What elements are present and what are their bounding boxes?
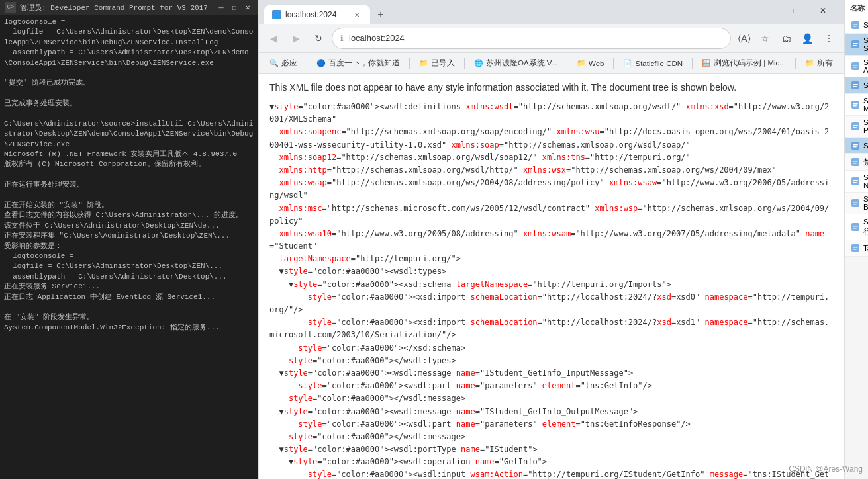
cmd-minimize-button[interactable]: ─ [216,2,226,13]
svg-rect-6 [851,62,859,70]
service-row-1[interactable]: State Repository Ser... 自动(延迟启动) 本地系统 [845,34,868,56]
tab-title: localhost:2024 [285,10,336,19]
bookmark-icon-1: 🔵 [316,59,326,67]
bookmark-icon-3: 🌐 [474,59,483,67]
service-row-6[interactable]: SysMain 自动 本地系统 [845,138,868,154]
svg-rect-4 [853,43,858,44]
service-icon-10 [850,222,861,232]
svg-rect-11 [853,86,857,87]
svg-rect-16 [853,125,858,126]
cmd-icon: C> [5,2,16,13]
xml-line-8: ▼style="color:#aa0000"><wsdl:types> [269,265,833,278]
address-text: localhost:2024 [349,33,722,43]
bookmark-separator-5 [692,58,693,69]
svg-rect-1 [853,24,858,25]
bookmark-separator-1 [409,58,410,69]
service-row-3[interactable]: Storage Service 手动(触发器启动) 本地服务 [845,77,868,94]
svg-rect-24 [851,177,859,185]
toolbar-right: ⟨A⟩ ☆ 🗂 👤 ⋮ [735,29,838,48]
service-row-11[interactable]: Task Scheduler [845,240,868,257]
xml-line-22: style="color:#aa0000"><wsdl:input wsam:A… [269,468,833,479]
svg-rect-27 [851,199,859,207]
svg-rect-2 [853,26,857,27]
cmd-maximize-button[interactable]: □ [229,2,240,13]
bookmark-item-7[interactable]: 📁所有 [800,56,838,70]
service-row-8[interactable]: System Event Notific... 自动 本地系统 [845,171,868,193]
service-name-text-4: Storage Tiers Manag... [863,97,868,112]
browser-maximize-button[interactable]: □ [776,1,806,20]
collections-icon[interactable]: 🗂 [777,29,796,48]
bookmark-icon-5: 📄 [623,59,632,67]
tab-close-button[interactable]: ✕ [352,9,362,20]
service-name-text-2: Still Image Acquisiti... [863,58,868,74]
address-info-icon: ℹ [340,34,344,43]
svg-rect-31 [853,226,858,227]
xml-line-10: style="color:#aa0000"><xsd:import schema… [269,291,833,316]
favorites-icon[interactable]: ☆ [756,29,775,48]
browser-titlebar: 🌐 localhost:2024 ✕ + ─ □ ✕ [259,0,844,24]
browser-window-controls: ─ □ ✕ [744,1,838,20]
profile-icon[interactable]: 👤 [798,29,817,48]
bookmark-item-0[interactable]: 🔍必应 [264,56,303,70]
svg-rect-28 [853,202,858,203]
svg-rect-12 [851,101,859,109]
svg-rect-15 [851,122,859,130]
service-row-10[interactable]: System Guard 运行... 自动 本地系统 [845,214,868,240]
forward-button[interactable]: ▶ [287,29,305,48]
service-name-text-6: SysMain [863,142,868,150]
service-icon-11 [850,243,861,253]
bookmark-item-2[interactable]: 📁已导入 [414,56,460,70]
cmd-close-button[interactable]: ✕ [242,2,253,13]
translate-icon[interactable]: ⟨A⟩ [735,29,753,48]
xml-line-3: xmlns:http="http://schemas.xmlsoap.org/w… [269,164,833,177]
xml-line-12: style="color:#aa0000"></xsd:schema> [269,342,833,355]
xml-line-16: style="color:#aa0000"></wsdl:message> [269,392,833,405]
svg-rect-30 [851,223,859,231]
bookmark-item-6[interactable]: 🪟浏览代码示例 | Mic... [697,56,791,70]
service-row-2[interactable]: Still Image Acquisiti... 手动(触发器启动) 本地服务 [845,56,868,77]
browser-minimize-button[interactable]: ─ [744,1,775,20]
xml-line-0: ▼style="color:#aa0000"><wsdl:definitions… [269,101,833,126]
service-row-0[interactable]: SSDP Discovery 自动 本地服务 [845,17,868,34]
service-name-0: SSDP Discovery [845,19,868,32]
bookmark-item-4[interactable]: 📁Web [571,57,609,69]
service-row-5[interactable]: Synaptics FP WBF Po... 自动(触发器启动) 本地系统 [845,116,868,138]
svg-rect-26 [853,182,857,183]
xml-line-9: ▼style="color:#aa0000"><xsd:schema targe… [269,279,833,291]
svg-rect-8 [853,67,857,68]
service-name-6: SysMain [845,139,868,152]
service-name-11: Task Scheduler [845,241,868,255]
cmd-titlebar: C> 管理员: Developer Command Prompt for VS … [0,0,258,15]
service-name-1: State Repository Ser... [845,35,868,54]
back-button[interactable]: ◀ [264,29,283,48]
browser-close-button[interactable]: ✕ [808,1,838,20]
bookmark-separator-6 [795,58,796,69]
menu-icon[interactable]: ⋮ [820,29,838,48]
service-icon-3 [850,80,861,91]
svg-rect-20 [853,146,857,148]
cmd-titlebar-left: C> 管理员: Developer Command Prompt for VS … [5,2,208,13]
service-row-9[interactable]: System Events Broke... 手动(触发器启动) 本地系统 [845,193,868,214]
svg-rect-19 [853,144,858,146]
bookmark-item-3[interactable]: 🌐苏州诚隆OA系统 V... [469,56,563,70]
bookmark-item-1[interactable]: 🔵百度一下，你就知道 [311,56,405,70]
browser-tab-active[interactable]: 🌐 localhost:2024 ✕ [264,5,370,24]
new-tab-button[interactable]: + [371,5,390,24]
bookmark-icon-0: 🔍 [269,59,279,67]
service-icon-7 [850,157,861,167]
refresh-button[interactable]: ↻ [309,29,328,48]
bookmark-label-1: 百度一下，你就知道 [328,58,400,68]
bookmark-item-5[interactable]: 📄Staticfile CDN [618,57,688,69]
browser-panel: 🌐 localhost:2024 ✕ + ─ □ ✕ ◀ ▶ ↻ ℹ local… [258,0,844,479]
xml-line-20: ▼style="color:#aa0000"><wsdl:portType na… [269,443,833,456]
service-row-4[interactable]: Storage Tiers Manag... 手动(触发器启动) 本地系统 [845,94,868,116]
service-name-text-0: SSDP Discovery [863,21,868,29]
svg-rect-23 [853,163,857,164]
svg-rect-25 [853,180,858,181]
address-bar[interactable]: ℹ localhost:2024 [332,28,731,49]
bookmark-separator-3 [567,58,567,69]
svg-rect-17 [853,127,857,128]
watermark: CSDiN @Ares-Wang [789,464,863,474]
service-row-7[interactable]: 禁用项 禁用 本地系统 [845,154,868,171]
service-icon-0 [850,20,861,30]
